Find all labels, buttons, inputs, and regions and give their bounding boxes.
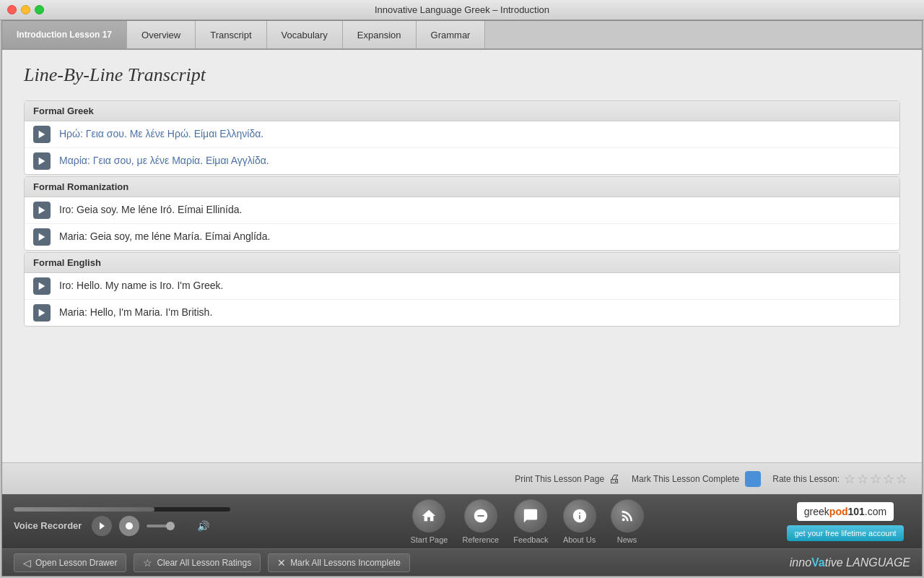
voice-controls: Voice Recorder 🔊 xyxy=(14,516,274,536)
footer-brand-text: innoVative LANGUAGE xyxy=(790,556,910,569)
record-dot-icon xyxy=(126,522,133,530)
play-button[interactable] xyxy=(33,228,51,246)
player-bar: Voice Recorder 🔊 xyxy=(2,494,922,548)
line-text: Iro: Geia soy. Me léne Iró. Eímai Elliní… xyxy=(59,203,242,217)
volume-icon: 🔊 xyxy=(197,520,209,532)
printer-icon: 🖨 xyxy=(609,473,620,486)
nav-start-page[interactable]: Start Page xyxy=(410,499,448,544)
line-text: Μαρία: Γεια σου, με λένε Μαρία. Είμαι Αγ… xyxy=(59,154,269,168)
voice-recorder-section: Voice Recorder 🔊 xyxy=(14,507,274,536)
formal-romanization-header: Formal Romanization xyxy=(25,177,899,197)
star-rating[interactable]: ☆ ☆ ☆ ☆ ☆ xyxy=(844,471,907,487)
table-row: Ηρώ: Γεια σου. Με λένε Ηρώ. Είμαι Ελληνί… xyxy=(25,121,899,148)
table-row: Iro: Hello. My name is Iro. I'm Greek. xyxy=(25,273,899,300)
line-text: Iro: Hello. My name is Iro. I'm Greek. xyxy=(59,279,224,293)
table-row: Μαρία: Γεια σου, με λένε Μαρία. Είμαι Αγ… xyxy=(25,148,899,174)
play-button[interactable] xyxy=(33,202,51,219)
free-account-button[interactable]: get your free lifetime account xyxy=(787,525,903,541)
window-title: Innovative Language Greek – Introduction xyxy=(375,4,549,15)
nav-reference-label: Reference xyxy=(462,535,499,544)
volume-thumb[interactable] xyxy=(166,522,175,530)
rate-section: Rate this Lesson: ☆ ☆ ☆ ☆ ☆ xyxy=(772,471,907,487)
voice-recorder-label: Voice Recorder xyxy=(14,520,82,531)
volume-slider[interactable] xyxy=(147,525,190,527)
tab-expansion[interactable]: Expansion xyxy=(343,21,417,48)
brand-box: greekpod101.com xyxy=(797,502,894,521)
nav-feedback[interactable]: Feedback xyxy=(513,499,548,544)
close-button[interactable] xyxy=(7,5,17,14)
mark-incomplete-button[interactable]: ✕ Mark All Lessons Incomplete xyxy=(268,553,410,572)
progress-track[interactable] xyxy=(14,507,230,512)
footer-brand: innoVative LANGUAGE xyxy=(790,556,910,569)
line-text: Maria: Hello, I'm Maria. I'm British. xyxy=(59,306,212,320)
formal-english-header: Formal English xyxy=(25,253,899,273)
star-icon: ☆ xyxy=(143,557,152,569)
table-row: Maria: Geia soy, me léne María. Eímai An… xyxy=(25,224,899,250)
play-button[interactable] xyxy=(33,304,51,322)
tab-intro[interactable]: Introduction Lesson 17 xyxy=(2,21,127,48)
record-button[interactable] xyxy=(119,516,139,536)
nav-news-label: News xyxy=(617,535,637,544)
print-button[interactable]: Print This Lesson Page 🖨 xyxy=(515,473,620,486)
tab-overview[interactable]: Overview xyxy=(127,21,196,48)
page-title: Line-By-Line Transcript xyxy=(24,64,900,86)
play-button[interactable] xyxy=(33,152,51,170)
clear-ratings-button[interactable]: ☆ Clear All Lesson Ratings xyxy=(134,553,261,572)
nav-icons-section: Start Page Reference Feedback xyxy=(274,499,780,544)
tab-grammar[interactable]: Grammar xyxy=(417,21,486,48)
progress-fill xyxy=(14,507,154,512)
volume-track[interactable] xyxy=(147,525,190,527)
home-icon xyxy=(412,499,445,532)
formal-greek-header: Formal Greek xyxy=(25,101,899,121)
tab-bar: Introduction Lesson 17 Overview Transcri… xyxy=(2,21,922,50)
rss-icon xyxy=(611,499,644,532)
play-pause-button[interactable] xyxy=(92,516,112,536)
mark-complete-button[interactable]: Mark This Lesson Complete xyxy=(632,471,761,487)
star-5[interactable]: ☆ xyxy=(896,471,907,487)
feedback-icon xyxy=(514,499,547,532)
line-text: Ηρώ: Γεια σου. Με λένε Ηρώ. Είμαι Ελληνί… xyxy=(59,127,263,142)
info-icon xyxy=(563,499,596,532)
star-4[interactable]: ☆ xyxy=(883,471,894,487)
action-bar: Print This Lesson Page 🖨 Mark This Lesso… xyxy=(2,462,922,494)
open-lesson-drawer-button[interactable]: ◁ Open Lesson Drawer xyxy=(14,553,126,572)
formal-romanization-section: Formal Romanization Iro: Geia soy. Me lé… xyxy=(24,176,900,251)
star-3[interactable]: ☆ xyxy=(870,471,881,487)
formal-greek-section: Formal Greek Ηρώ: Γεια σου. Με λένε Ηρώ.… xyxy=(24,100,900,175)
reference-icon xyxy=(464,499,497,532)
brand-name: greekpod101.com xyxy=(804,506,886,517)
title-bar: Innovative Language Greek – Introduction xyxy=(0,0,924,20)
nav-about-us[interactable]: About Us xyxy=(563,499,596,544)
nav-feedback-label: Feedback xyxy=(513,535,548,544)
maximize-button[interactable] xyxy=(35,5,44,14)
minimize-button[interactable] xyxy=(21,5,30,14)
tab-vocabulary[interactable]: Vocabulary xyxy=(267,21,343,48)
x-icon: ✕ xyxy=(277,557,286,569)
line-text: Maria: Geia soy, me léne María. Eímai An… xyxy=(59,230,270,244)
play-button[interactable] xyxy=(33,126,51,143)
star-1[interactable]: ☆ xyxy=(844,471,855,487)
main-window: Introduction Lesson 17 Overview Transcri… xyxy=(1,20,923,577)
nav-start-page-label: Start Page xyxy=(410,535,448,544)
drawer-icon: ◁ xyxy=(23,557,31,569)
complete-checkbox[interactable] xyxy=(745,471,761,487)
footer-bar: ◁ Open Lesson Drawer ☆ Clear All Lesson … xyxy=(2,548,922,576)
nav-about-us-label: About Us xyxy=(563,535,596,544)
table-row: Iro: Geia soy. Me léne Iró. Eímai Elliní… xyxy=(25,197,899,224)
traffic-lights xyxy=(7,5,44,14)
table-row: Maria: Hello, I'm Maria. I'm British. xyxy=(25,300,899,326)
content-area: Line-By-Line Transcript Formal Greek Ηρώ… xyxy=(2,50,922,462)
nav-news[interactable]: News xyxy=(611,499,644,544)
play-button[interactable] xyxy=(33,277,51,295)
nav-reference[interactable]: Reference xyxy=(462,499,499,544)
formal-english-section: Formal English Iro: Hello. My name is Ir… xyxy=(24,252,900,327)
star-2[interactable]: ☆ xyxy=(857,471,868,487)
brand-section: greekpod101.com get your free lifetime a… xyxy=(780,502,910,541)
tab-transcript[interactable]: Transcript xyxy=(196,21,266,48)
